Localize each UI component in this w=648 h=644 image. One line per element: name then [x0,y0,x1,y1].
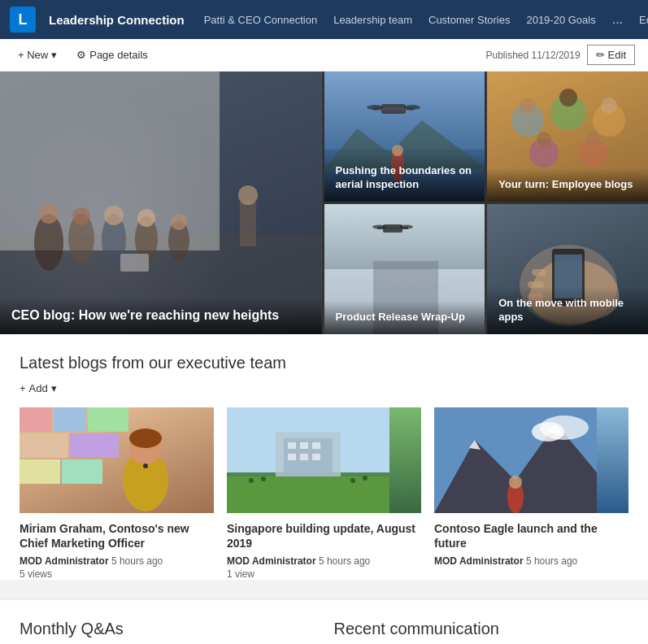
published-label: Published 11/12/2019 [485,50,580,61]
add-content-button[interactable]: + Add ▾ [20,382,628,394]
page-details-icon: ⚙ [76,49,86,61]
svg-point-76 [532,422,564,442]
svg-point-38 [372,225,385,229]
add-label: Add [29,382,48,394]
svg-rect-60 [288,442,296,449]
hero-cell-ceo[interactable]: CEO blog: How we're reaching new heights [0,72,322,334]
svg-rect-12 [240,202,256,246]
hero-overlay-ceo: CEO blog: How we're reaching new heights [0,298,322,334]
svg-rect-49 [20,433,68,458]
blog-card-title-singapore: Singapore building update, August 2019 [227,521,421,550]
blog-cards-grid: Miriam Graham, Contoso's new Chief Marke… [20,407,628,580]
svg-point-29 [520,98,536,114]
add-icon: + [20,382,26,394]
svg-rect-14 [120,254,149,272]
hero-title-drone: Pushing the boundaries on aerial inspect… [336,164,474,192]
svg-rect-47 [54,407,86,432]
nav-link-goals[interactable]: 2019-20 Goals [520,11,602,29]
miriam-illustration [20,407,214,513]
nav-link-edit[interactable]: Edit [633,11,648,29]
blog-card-meta-eagle: MOD Administrator 5 hours ago [434,555,628,567]
blog-card-views-miriam: 5 views [20,568,214,580]
blog-card-views-singapore: 1 view [227,568,421,580]
svg-point-9 [137,209,155,227]
hero-cell-mobile[interactable]: On the move with mobile apps [487,204,648,334]
blog-card-img-miriam [20,407,214,513]
svg-point-70 [363,476,367,481]
blog-card-author-singapore: MOD Administrator [227,555,316,567]
blogs-section-title: Latest blogs from our executive team [20,354,628,372]
recent-communication-section: Recent communication ▶ Driving Success t… [334,620,629,644]
blog-card-eagle[interactable]: Contoso Eagle launch and the future MOD … [434,407,628,580]
blog-card-author-eagle: MOD Administrator [434,555,524,567]
svg-point-55 [129,429,162,448]
hero-grid: CEO blog: How we're reaching new heights [0,72,648,334]
svg-point-5 [72,207,90,225]
ceo-illustration [0,72,322,334]
svg-point-20 [404,105,420,110]
hero-title-ceo: CEO blog: How we're reaching new heights [11,307,311,324]
blog-card-img-singapore [227,407,421,513]
blog-card-img-eagle [434,407,628,513]
hero-title-product: Product Release Wrap-Up [336,311,474,324]
bottom-section: Monthly Q&As Each month all employees ar… [0,599,648,644]
hero-overlay-team: Your turn: Employee blogs [487,168,648,202]
svg-point-39 [400,225,413,229]
svg-point-32 [585,132,600,146]
svg-point-19 [367,105,383,110]
edit-label: Edit [608,49,626,61]
blog-card-miriam[interactable]: Miriam Graham, Contoso's new Chief Marke… [20,407,214,580]
blog-card-singapore[interactable]: Singapore building update, August 2019 M… [227,407,421,580]
site-logo[interactable]: L [10,7,36,33]
blog-card-title-miriam: Miriam Graham, Contoso's new Chief Marke… [20,521,214,550]
toolbar-left: + New ▾ ⚙ Page details [13,46,153,64]
svg-point-68 [261,476,266,481]
eagle-illustration [434,407,628,513]
svg-rect-48 [88,407,128,432]
svg-point-69 [350,478,355,483]
svg-point-33 [537,132,551,146]
monthly-qa-section: Monthly Q&As Each month all employees ar… [20,620,315,644]
svg-rect-51 [20,459,60,484]
nav-link-patti[interactable]: Patti & CEO Connection [198,11,324,29]
svg-point-56 [143,463,148,468]
svg-point-7 [104,206,124,225]
blog-card-time-miriam-val: 5 hours ago [111,555,163,567]
main-content: Latest blogs from our executive team + A… [0,334,648,580]
svg-rect-63 [288,454,296,460]
page-details-label: Page details [89,49,148,61]
new-button[interactable]: + New ▾ [13,46,62,64]
nav-more-icon[interactable]: ... [606,9,629,30]
blog-card-time-eagle-val: 5 hours ago [526,555,577,567]
nav-links: Patti & CEO Connection Leadership team C… [198,9,648,30]
hero-bg-ceo [0,72,322,334]
site-title: Leadership Connection [49,13,185,27]
hero-cell-drone[interactable]: Pushing the boundaries on aerial inspect… [324,72,485,202]
singapore-illustration [227,407,421,513]
hero-title-team: Your turn: Employee blogs [498,178,637,192]
svg-rect-52 [62,459,102,484]
edit-button[interactable]: ✏ Edit [587,45,635,65]
hero-title-mobile: On the move with mobile apps [498,297,637,324]
edit-icon: ✏ [596,49,605,61]
page-details-button[interactable]: ⚙ Page details [72,46,153,64]
svg-point-13 [238,185,258,205]
monthly-qa-title: Monthly Q&As [20,620,315,638]
add-dropdown-icon: ▾ [51,382,57,394]
svg-rect-43 [532,269,546,276]
blog-card-meta-singapore: MOD Administrator 5 hours ago [227,555,421,567]
svg-point-30 [559,89,577,107]
top-navigation: L Leadership Connection Patti & CEO Conn… [0,0,648,39]
hero-overlay-mobile: On the move with mobile apps [487,287,648,334]
svg-point-3 [39,204,59,224]
hero-overlay-drone: Pushing the boundaries on aerial inspect… [324,154,485,202]
nav-link-customer[interactable]: Customer Stories [422,11,516,29]
svg-rect-65 [312,454,320,460]
hero-cell-product[interactable]: Product Release Wrap-Up [324,204,485,334]
blog-card-meta-miriam: MOD Administrator 5 hours ago [20,555,214,567]
hero-cell-team[interactable]: Your turn: Employee blogs [487,72,648,202]
page-toolbar: + New ▾ ⚙ Page details Published 11/12/2… [0,39,648,72]
svg-point-67 [249,478,254,483]
nav-link-leadership[interactable]: Leadership team [327,11,419,29]
svg-rect-46 [20,407,52,432]
